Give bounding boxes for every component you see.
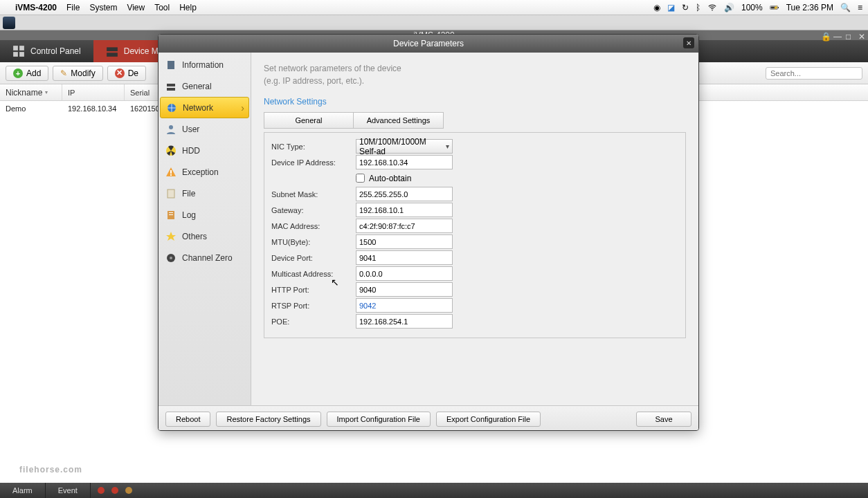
menu-help[interactable]: Help	[179, 3, 197, 12]
mtu-input[interactable]	[356, 234, 453, 249]
label-mask: Subnet Mask:	[271, 190, 356, 199]
app-icon	[3, 17, 15, 29]
svg-rect-12	[167, 84, 175, 86]
menubar-appname[interactable]: iVMS-4200	[15, 3, 57, 12]
battery-percent: 100%	[741, 3, 763, 12]
menu-file[interactable]: File	[66, 3, 80, 12]
col-nickname[interactable]: Nickname▾	[0, 84, 62, 100]
subtab-advanced[interactable]: Advanced Settings	[354, 112, 444, 129]
http-port-input[interactable]	[356, 282, 453, 297]
menu-system[interactable]: System	[89, 3, 117, 12]
cell-ip: 192.168.10.34	[62, 102, 125, 115]
tab-device-label: Device Ma	[124, 46, 163, 56]
multicast-input[interactable]	[356, 266, 453, 281]
globe-icon	[166, 102, 177, 113]
spotlight-icon[interactable]: 🔍	[840, 3, 851, 12]
modal-main: Set network parameters of the device (e.…	[251, 53, 698, 405]
search-box[interactable]	[766, 67, 862, 80]
sidebar-item-exception[interactable]: Exception	[159, 161, 251, 183]
device-port-input[interactable]	[356, 250, 453, 265]
label-port: Device Port:	[271, 254, 356, 262]
file-icon	[165, 188, 177, 199]
label-multicast: Multicast Address:	[271, 270, 356, 278]
modify-label: Modify	[71, 68, 95, 78]
modify-button[interactable]: ✎ Modify	[53, 66, 102, 81]
sidebar-item-others[interactable]: Others	[159, 225, 251, 247]
auto-obtain-checkbox[interactable]	[356, 174, 365, 183]
star-icon	[165, 231, 177, 242]
mac-menubar: iVMS-4200 File System View Tool Help ◉ ◪…	[0, 0, 868, 15]
volume-icon[interactable]: 🔊	[724, 3, 734, 12]
col-ip[interactable]: IP	[62, 84, 125, 100]
status-dot-red-2[interactable]	[111, 487, 118, 494]
network-fieldset: NIC Type:10M/100M/1000M Self-ad Device I…	[264, 132, 686, 338]
device-icon	[106, 45, 118, 57]
save-button[interactable]: Save	[636, 412, 691, 427]
subtab-general[interactable]: General	[264, 112, 354, 129]
label-gateway: Gateway:	[271, 206, 356, 214]
lens-icon	[165, 252, 177, 264]
notifications-icon[interactable]: ≡	[858, 3, 862, 12]
svg-rect-8	[19, 52, 24, 57]
sidebar-item-log[interactable]: Log	[159, 204, 251, 225]
svg-rect-9	[107, 47, 118, 51]
import-config-button[interactable]: Import Configuration File	[327, 412, 431, 427]
wifi-icon[interactable]	[707, 3, 717, 12]
add-button[interactable]: + Add	[6, 66, 48, 81]
modal-titlebar: Device Parameters ✕	[159, 35, 698, 53]
svg-text:⚡: ⚡	[772, 5, 778, 10]
export-config-button[interactable]: Export Configuration File	[436, 412, 541, 427]
window-minimize-icon[interactable]: ―	[833, 32, 840, 39]
info-icon	[165, 59, 177, 71]
svg-rect-11	[168, 61, 174, 69]
bluetooth-icon[interactable]: ᛒ	[696, 3, 700, 12]
x-icon: ✕	[115, 68, 125, 78]
watermark: filehorse.com	[19, 454, 82, 477]
window-hide-icon[interactable]: 🔒	[821, 32, 828, 39]
label-mac: MAC Address:	[271, 222, 356, 230]
record-icon[interactable]: ◉	[653, 3, 660, 12]
status-dot-red-1[interactable]	[98, 487, 105, 494]
log-icon	[165, 210, 177, 221]
sidebar-item-channel-zero[interactable]: Channel Zero	[159, 247, 251, 268]
modal-sidebar: Information General Network User HDD Exc…	[159, 53, 251, 405]
svg-rect-18	[170, 174, 172, 176]
bottom-tab-event[interactable]: Event	[46, 483, 91, 498]
label-auto-obtain: Auto-obtain	[369, 174, 411, 183]
reboot-button[interactable]: Reboot	[165, 412, 210, 427]
updates-icon[interactable]: ↻	[682, 3, 689, 12]
sidebar-item-information[interactable]: Information	[159, 54, 251, 75]
delete-button[interactable]: ✕ De	[107, 66, 146, 81]
user-icon	[165, 124, 177, 135]
nic-select[interactable]: 10M/100M/1000M Self-ad	[356, 139, 453, 154]
mask-input[interactable]	[356, 187, 453, 201]
warning-icon	[165, 167, 177, 178]
mac-input[interactable]	[356, 219, 453, 233]
clock[interactable]: Tue 2:36 PM	[786, 3, 833, 12]
sidebar-item-file[interactable]: File	[159, 183, 251, 204]
tab-control-panel[interactable]: Control Panel	[0, 40, 93, 62]
sidebar-item-hdd[interactable]: HDD	[159, 140, 251, 161]
poe-input[interactable]	[356, 314, 453, 329]
cell-nickname: Demo	[0, 102, 62, 115]
svg-point-24	[170, 257, 172, 259]
sidebar-item-network[interactable]: Network	[160, 97, 249, 118]
dropbox-icon[interactable]: ◪	[667, 3, 675, 12]
window-close-icon[interactable]: ✕	[858, 32, 865, 39]
battery-icon[interactable]: ⚡	[770, 3, 779, 12]
rtsp-port-input[interactable]	[356, 298, 453, 313]
label-mtu: MTU(Byte):	[271, 238, 356, 246]
modal-close-icon[interactable]: ✕	[683, 37, 694, 48]
search-input[interactable]	[770, 69, 858, 77]
restore-factory-button[interactable]: Restore Factory Settings	[216, 412, 320, 427]
menu-tool[interactable]: Tool	[154, 3, 170, 12]
sidebar-item-general[interactable]: General	[159, 75, 251, 97]
bottom-tab-alarm[interactable]: Alarm	[0, 483, 46, 498]
status-dot-orange[interactable]	[125, 487, 132, 494]
gateway-input[interactable]	[356, 203, 453, 217]
sidebar-item-user[interactable]: User	[159, 118, 251, 140]
menu-view[interactable]: View	[127, 3, 145, 12]
svg-rect-7	[13, 52, 18, 57]
window-maximize-icon[interactable]: □	[846, 32, 853, 39]
ip-input[interactable]	[356, 155, 453, 169]
